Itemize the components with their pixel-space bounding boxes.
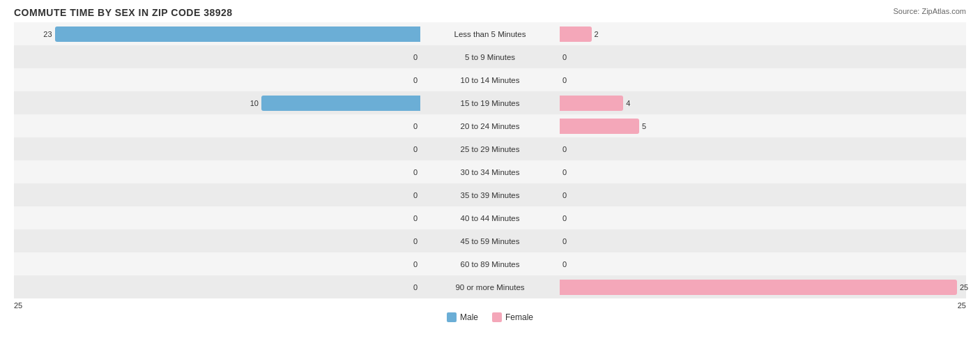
bar-female [560, 280, 957, 295]
left-section: 0 [14, 68, 420, 91]
value-male-zero: 0 [413, 191, 418, 199]
value-female: 2 [592, 30, 599, 38]
value-female-zero: 0 [562, 76, 567, 84]
left-section: 0 [14, 229, 420, 252]
value-female-zero: 0 [562, 53, 567, 61]
row-label: 5 to 9 Minutes [420, 53, 560, 61]
legend-male-box [447, 312, 457, 322]
row-label: 90 or more Minutes [420, 283, 560, 291]
row-label: 20 to 24 Minutes [420, 122, 560, 130]
left-section: 0 [14, 45, 420, 68]
legend-male-label: Male [460, 312, 478, 322]
chart-row: 045 to 59 Minutes0 [14, 229, 966, 252]
chart-row: 020 to 24 Minutes5 [14, 114, 966, 137]
right-section: 0 [560, 229, 966, 252]
right-section: 0 [560, 160, 966, 183]
row-label: 10 to 14 Minutes [420, 76, 560, 84]
right-section: 0 [560, 137, 966, 160]
value-male-zero: 0 [413, 145, 418, 153]
right-section: 2 [560, 22, 966, 45]
value-female-zero: 0 [562, 214, 567, 222]
legend-male: Male [447, 312, 478, 322]
value-male-zero: 0 [413, 260, 418, 268]
value-male: 23 [43, 30, 54, 38]
bar-female [560, 119, 639, 134]
right-section: 0 [560, 45, 966, 68]
left-section: 0 [14, 160, 420, 183]
row-label: 25 to 29 Minutes [420, 145, 560, 153]
legend-female: Female [492, 312, 533, 322]
axis-right: 25 [558, 301, 966, 310]
row-label: Less than 5 Minutes [420, 30, 560, 38]
right-section: 0 [560, 206, 966, 229]
right-section: 4 [560, 91, 966, 114]
left-section: 0 [14, 137, 420, 160]
axis-left: 25 [14, 301, 422, 310]
chart-row: 030 to 34 Minutes0 [14, 160, 966, 183]
value-female-zero: 0 [562, 191, 567, 199]
left-section: 0 [14, 252, 420, 275]
left-section: 0 [14, 114, 420, 137]
chart-row: 025 to 29 Minutes0 [14, 137, 966, 160]
value-female-zero: 0 [562, 237, 567, 245]
row-label: 15 to 19 Minutes [420, 99, 560, 107]
chart-row: 040 to 44 Minutes0 [14, 206, 966, 229]
value-male-zero: 0 [413, 122, 418, 130]
chart-row: 05 to 9 Minutes0 [14, 45, 966, 68]
bar-female [560, 96, 623, 111]
source-label: Source: ZipAtlas.com [893, 7, 966, 15]
value-female: 5 [639, 122, 646, 130]
row-label: 45 to 59 Minutes [420, 237, 560, 245]
chart-container: COMMUTE TIME BY SEX IN ZIP CODE 38928 So… [0, 0, 980, 364]
left-section: 10 [14, 91, 420, 114]
value-female-zero: 0 [562, 168, 567, 176]
value-male-zero: 0 [413, 283, 418, 291]
value-male-zero: 0 [413, 53, 418, 61]
value-female-zero: 0 [562, 260, 567, 268]
chart-row: 060 to 89 Minutes0 [14, 252, 966, 275]
left-section: 23 [14, 22, 420, 45]
bar-male [55, 26, 420, 42]
rows-area: 23Less than 5 Minutes205 to 9 Minutes001… [14, 22, 966, 298]
value-male-zero: 0 [413, 237, 418, 245]
left-section: 0 [14, 206, 420, 229]
chart-row: 23Less than 5 Minutes2 [14, 22, 966, 45]
legend-female-label: Female [505, 312, 533, 322]
value-female-zero: 0 [562, 145, 567, 153]
row-label: 30 to 34 Minutes [420, 168, 560, 176]
right-section: 0 [560, 68, 966, 91]
legend-female-box [492, 312, 502, 322]
row-label: 35 to 39 Minutes [420, 191, 560, 199]
right-section: 5 [560, 114, 966, 137]
legend: Male Female [14, 312, 966, 322]
bar-female [560, 26, 592, 42]
chart-row: 035 to 39 Minutes0 [14, 183, 966, 206]
chart-row: 1015 to 19 Minutes4 [14, 91, 966, 114]
axis-row: 25 25 [14, 301, 966, 310]
value-male-zero: 0 [413, 76, 418, 84]
value-male-zero: 0 [413, 168, 418, 176]
row-label: 40 to 44 Minutes [420, 214, 560, 222]
bar-male [261, 96, 420, 111]
value-female: 25 [957, 283, 968, 291]
row-label: 60 to 89 Minutes [420, 260, 560, 268]
left-section: 0 [14, 275, 420, 298]
right-section: 0 [560, 252, 966, 275]
value-female: 4 [623, 99, 630, 107]
value-male: 10 [250, 99, 261, 107]
left-section: 0 [14, 183, 420, 206]
right-section: 25 [560, 275, 966, 298]
chart-row: 010 to 14 Minutes0 [14, 68, 966, 91]
right-section: 0 [560, 183, 966, 206]
value-male-zero: 0 [413, 214, 418, 222]
chart-title: COMMUTE TIME BY SEX IN ZIP CODE 38928 [14, 7, 966, 18]
chart-row: 090 or more Minutes25 [14, 275, 966, 298]
